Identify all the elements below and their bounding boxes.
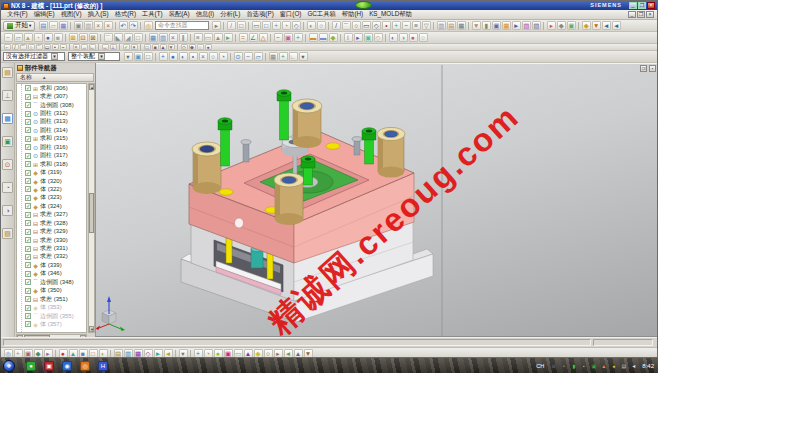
bt-r1-icon[interactable]: + <box>194 349 203 358</box>
sk-circle-icon[interactable]: ○ <box>28 44 35 50</box>
checkbox-icon[interactable]: ✓ <box>25 313 31 319</box>
hole-icon[interactable]: ● <box>44 33 53 42</box>
profile-icon[interactable]: ⌐ <box>4 44 11 50</box>
extra-c-icon[interactable]: ● <box>409 33 418 42</box>
feature-f-icon[interactable]: ▧ <box>522 21 531 30</box>
more-options-icon[interactable]: ▾ <box>299 52 308 61</box>
sketch-icon[interactable]: ~ <box>4 33 13 42</box>
snap-quadrant-icon[interactable]: ◔ <box>219 52 228 61</box>
zoom-window-icon[interactable]: □ <box>262 21 271 30</box>
view-b-icon[interactable]: ◆ <box>189 44 196 50</box>
menu-item-6[interactable]: 装配(A) <box>166 10 193 19</box>
tree-row[interactable]: ✓◆体 (323) <box>25 194 86 202</box>
taskbar-app-browser[interactable]: ◉ <box>62 361 72 371</box>
tree-row[interactable]: ✓⊟求差 (332) <box>25 253 86 261</box>
highlight-icon[interactable]: ▣ <box>134 52 143 61</box>
tree-row[interactable]: ✓⊙圆柱 (316) <box>25 143 86 151</box>
bt-green-icon[interactable]: ▲ <box>69 349 78 358</box>
checkbox-icon[interactable]: ✓ <box>25 237 31 243</box>
menu-item-7[interactable]: 信息(I) <box>193 10 218 19</box>
checkbox-icon[interactable]: ✓ <box>25 203 31 209</box>
copy-icon[interactable]: ▥ <box>84 21 93 30</box>
pattern-icon[interactable]: ▦ <box>149 33 158 42</box>
hd3d-tools-tab[interactable]: ⊙ <box>2 159 13 170</box>
show-d-icon[interactable]: ▼ <box>168 44 175 50</box>
synchronous-a-icon[interactable]: ▬ <box>309 33 318 42</box>
bt-sheet-c-icon[interactable]: ▦ <box>134 349 143 358</box>
bt-blue-icon[interactable]: ■ <box>79 349 88 358</box>
plus-tool-icon[interactable]: + <box>392 21 401 30</box>
tree-row[interactable]: ✓⌒边倒圆 (355) <box>25 312 86 320</box>
selection-scope-dropdown[interactable]: 整个装配 ▼ <box>68 52 120 61</box>
replace-face-icon[interactable]: ▲ <box>214 33 223 42</box>
finish-sketch-icon[interactable]: ✓ <box>123 44 130 50</box>
feature-a-icon[interactable]: ▼ <box>472 21 481 30</box>
tray-battery-icon[interactable]: ▮ <box>570 362 577 369</box>
bt-frame-icon[interactable]: □ <box>89 349 98 358</box>
checkbox-icon[interactable]: ✓ <box>25 127 31 133</box>
taskbar-app-h[interactable]: H <box>98 361 108 371</box>
taskbar-clock[interactable]: 8:42 <box>642 363 654 369</box>
checkbox-icon[interactable]: ✓ <box>25 102 31 108</box>
language-indicator[interactable]: CH <box>536 363 544 369</box>
show-a-icon[interactable]: □ <box>144 44 151 50</box>
intersect-icon[interactable]: ⊠ <box>89 33 98 42</box>
checkbox-icon[interactable]: ✓ <box>25 170 31 176</box>
rotate-view-icon[interactable]: ◔ <box>282 21 291 30</box>
snap-on-curve-icon[interactable]: ~ <box>244 52 253 61</box>
feature-b-icon[interactable]: ▮ <box>482 21 491 30</box>
bt-send-icon[interactable]: ▸ <box>44 349 53 358</box>
tree-row[interactable]: ✓◆体 (339) <box>25 261 86 269</box>
checkbox-icon[interactable]: ✓ <box>25 161 31 167</box>
info-b-icon[interactable]: ◆ <box>557 21 566 30</box>
tree-row[interactable]: ✓⊟求差 (327) <box>25 211 86 219</box>
web-browser-tab[interactable]: ◔ <box>2 182 13 193</box>
trim-body-icon[interactable]: × <box>169 33 178 42</box>
checkbox-icon[interactable]: ✓ <box>25 119 31 125</box>
feature-e-icon[interactable]: ► <box>512 21 521 30</box>
bt-play-icon[interactable]: ► <box>154 349 163 358</box>
tree-row[interactable]: ✓⊞求和 (315) <box>25 135 86 143</box>
snap-control-icon[interactable]: • <box>189 52 198 61</box>
unite-icon[interactable]: ⊞ <box>69 33 78 42</box>
project-tool-icon[interactable]: ▽ <box>422 21 431 30</box>
start-button[interactable]: ❖ <box>3 360 15 372</box>
tray-shield-icon[interactable]: ▣ <box>590 362 597 369</box>
tree-row[interactable]: ✓◆体 (320) <box>25 177 86 185</box>
shell-icon[interactable]: □ <box>134 33 143 42</box>
bt-sheet-a-icon[interactable]: ▤ <box>114 349 123 358</box>
mdi-minimize-button[interactable]: _ <box>628 11 636 18</box>
selection-filter-dropdown[interactable]: 没有选择过滤器 ▼ <box>3 52 65 61</box>
show-b-icon[interactable]: ■ <box>152 44 159 50</box>
save-icon[interactable]: ▦ <box>59 21 68 30</box>
show-c-icon[interactable]: ▲ <box>160 44 167 50</box>
pmi-a-icon[interactable]: i <box>344 33 353 42</box>
vertical-scrollbar[interactable]: ▲ ▼ <box>88 83 95 333</box>
checkbox-icon[interactable]: ✓ <box>25 305 31 311</box>
guide-bushing-west[interactable] <box>192 142 222 194</box>
circle-tool-icon[interactable]: ○ <box>352 21 361 30</box>
snap-enable-icon[interactable]: + <box>159 52 168 61</box>
tray-network-icon[interactable]: ▤ <box>620 362 627 369</box>
tray-white-icon[interactable]: ▫ <box>560 362 567 369</box>
restore-button[interactable]: ❐ <box>638 2 646 9</box>
bt-r2-icon[interactable]: ◔ <box>204 349 213 358</box>
role-a-icon[interactable]: ▣ <box>364 33 373 42</box>
info-a-icon[interactable]: ▸ <box>547 21 556 30</box>
return-pin-yellow-2[interactable] <box>267 253 273 279</box>
checkbox-icon[interactable]: ✓ <box>25 220 31 226</box>
help-d-icon[interactable]: ◄ <box>612 21 621 30</box>
checkbox-icon[interactable]: ✓ <box>25 246 31 252</box>
format-painter-icon[interactable]: / <box>227 21 236 30</box>
extra-a-icon[interactable]: ◐ <box>389 33 398 42</box>
synchronous-b-icon[interactable]: ▬ <box>319 33 328 42</box>
tree-row[interactable]: ✓⊙圆柱 (313) <box>25 118 86 126</box>
close-button[interactable]: × <box>647 2 655 9</box>
guide-bushing-back[interactable] <box>292 99 322 148</box>
tree-row[interactable]: ✓⊞求和 (306) <box>25 84 86 92</box>
feature-d-icon[interactable]: ▦ <box>502 21 511 30</box>
bt-r10-icon[interactable]: ◄ <box>284 349 293 358</box>
datum-b-icon[interactable]: ▤ <box>447 21 456 30</box>
bt-diamond-icon[interactable]: ◇ <box>144 349 153 358</box>
split-body-icon[interactable]: ∥ <box>179 33 188 42</box>
